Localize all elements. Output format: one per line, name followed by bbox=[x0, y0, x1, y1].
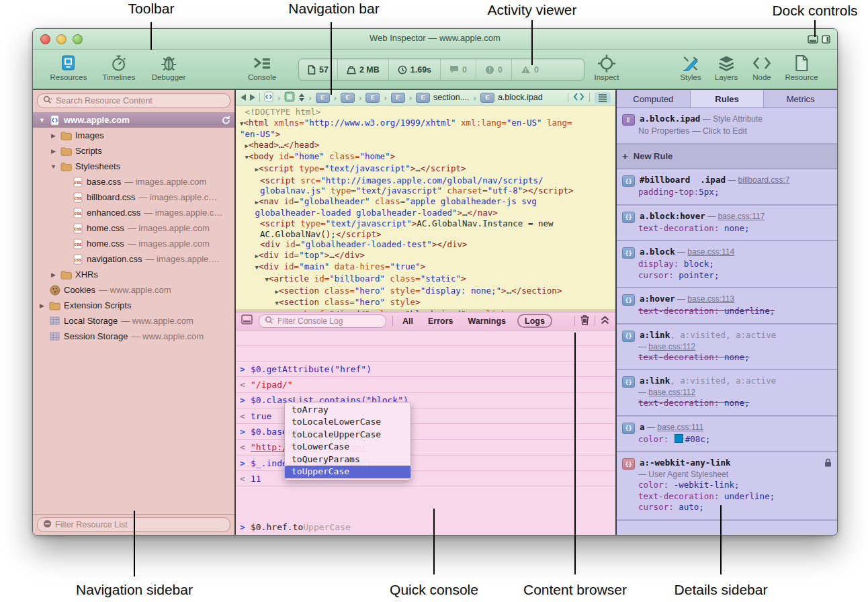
autocomplete-item[interactable]: toLocaleLowerCase bbox=[285, 416, 410, 429]
stylesheet-link[interactable]: base.css:112 bbox=[648, 388, 695, 397]
activity-item[interactable]: 0 bbox=[440, 59, 476, 80]
stylesheet-link[interactable]: base.css:113 bbox=[687, 294, 734, 304]
breadcrumb-item[interactable]: E bbox=[316, 93, 330, 103]
dom-node-row[interactable]: ▼<div id="main" data-hires="true"> bbox=[236, 261, 615, 273]
sidebar-tree-item[interactable]: ▶Scripts bbox=[33, 143, 234, 159]
css-rule[interactable]: {}a — base.css:111color: #08c; bbox=[617, 417, 837, 453]
sidebar-tree-item[interactable]: Cookies — www.apple.com bbox=[33, 282, 234, 298]
css-property[interactable]: text-decoration: none; bbox=[622, 223, 832, 234]
sidebar-tree-item[interactable]: cssnavigation.css — images.apple.… bbox=[33, 251, 234, 267]
sidebar-tree-item[interactable]: Local Storage — www.apple.com bbox=[33, 313, 234, 329]
source-code-toggle-icon[interactable] bbox=[573, 92, 584, 103]
sidebar-tree-item[interactable]: ▶XHRs bbox=[33, 267, 234, 282]
css-property[interactable]: padding-top:5px; bbox=[622, 187, 832, 198]
sidebar-tree-item[interactable]: csshome.css — images.apple.com bbox=[33, 236, 234, 251]
minimize-window-button[interactable] bbox=[56, 34, 67, 44]
sidebar-tree-item[interactable]: ▼Stylesheets bbox=[33, 159, 234, 174]
stylesheet-link[interactable]: base.css:112 bbox=[648, 342, 695, 351]
breadcrumb-item[interactable]: E bbox=[341, 93, 355, 103]
disclosure-triangle-icon[interactable]: ▼ bbox=[50, 163, 57, 170]
dom-node-row[interactable]: ▶<script type="text/javascript">…</scrip… bbox=[236, 163, 615, 175]
autocomplete-item[interactable]: toArray bbox=[285, 404, 410, 417]
stylesheet-link[interactable]: billboard.css:7 bbox=[738, 175, 790, 185]
activity-item[interactable]: 0 bbox=[511, 59, 548, 80]
css-property[interactable]: text-decoration: underline; bbox=[622, 491, 832, 503]
forward-button[interactable] bbox=[250, 94, 255, 101]
console-button[interactable]: Console bbox=[248, 53, 276, 82]
css-property[interactable]: display: block; bbox=[622, 259, 832, 270]
disclosure-triangle-icon[interactable]: ▼ bbox=[38, 117, 46, 124]
css-property[interactable]: text-decoration: none; bbox=[622, 352, 832, 363]
disclosure-triangle-icon[interactable]: ▶ bbox=[50, 148, 57, 155]
console-filter-input[interactable]: Filter Console Log bbox=[259, 314, 386, 328]
sidebar-tree-item[interactable]: csshome.css — images.apple.com bbox=[33, 220, 234, 236]
dom-node-row[interactable]: AC.GlobalNav();</script> bbox=[236, 229, 615, 240]
tab-computed[interactable]: Computed bbox=[617, 90, 691, 108]
autocomplete-item[interactable]: toQueryParams bbox=[285, 454, 410, 466]
back-button[interactable] bbox=[241, 94, 246, 101]
tab-metrics[interactable]: Metrics bbox=[764, 90, 837, 108]
autocomplete-item[interactable]: toLowerCase bbox=[285, 441, 410, 454]
search-input[interactable]: Search Resource Content bbox=[37, 93, 230, 108]
css-rule[interactable]: {}a:link, a:visited, a:active— base.css:… bbox=[617, 325, 837, 371]
dock-to-bottom-icon[interactable] bbox=[808, 34, 818, 46]
dom-node-row[interactable]: <script src="http://images.apple.com/glo… bbox=[236, 175, 615, 186]
document-code-icon[interactable] bbox=[264, 91, 273, 104]
dom-node-row[interactable]: <!DOCTYPE html> bbox=[236, 107, 615, 118]
console-drawer-toggle-icon[interactable] bbox=[595, 92, 611, 103]
dom-node-row[interactable]: ▼<html xmlns="http://www.w3.org/1999/xht… bbox=[236, 118, 615, 130]
activity-item[interactable]: 1.69s bbox=[388, 59, 440, 80]
dom-node-row[interactable]: ▶<a href="/ipad/" class="block ipad" onc… bbox=[236, 309, 615, 312]
autocomplete-item[interactable]: toUpperCase bbox=[285, 466, 410, 478]
stylesheet-link[interactable]: base.css:111 bbox=[657, 423, 703, 432]
css-rule[interactable]: {}a:hover — base.css:113text-decoration:… bbox=[617, 288, 837, 325]
node-button[interactable]: Node bbox=[752, 53, 772, 82]
dom-node-row[interactable]: ▼<section class="hero" style> bbox=[236, 297, 615, 309]
dom-node-row[interactable]: ▼<article id="billboard" class="static"> bbox=[236, 273, 615, 286]
sidebar-tree-item[interactable]: ▶Images bbox=[33, 128, 234, 143]
console-entry[interactable]: >$0.getAttribute("href") bbox=[236, 361, 615, 377]
resource-button[interactable]: Resource bbox=[785, 53, 818, 82]
css-rule[interactable]: {}a:link, a:visited, a:active— base.css:… bbox=[617, 370, 837, 417]
sidebar-tree-item[interactable]: ▼www.apple.com bbox=[33, 112, 234, 128]
sidebar-tree-item[interactable]: cssbillboard.css — images.apple.c… bbox=[33, 189, 234, 205]
color-swatch[interactable] bbox=[675, 434, 683, 443]
console-scope-all[interactable]: All bbox=[399, 316, 417, 326]
frame-icon[interactable] bbox=[284, 91, 295, 104]
new-rule-button[interactable]: +New Rule bbox=[617, 144, 837, 169]
css-property[interactable]: text-decoration: none; bbox=[622, 398, 832, 409]
console-scope-warnings[interactable]: Warnings bbox=[465, 316, 509, 326]
close-window-button[interactable] bbox=[40, 34, 50, 44]
css-rule[interactable]: {}a.block — base.css:114display: block;c… bbox=[617, 241, 837, 288]
disclosure-triangle-icon[interactable]: ▶ bbox=[50, 271, 57, 278]
dom-node-row[interactable]: ▶<div id="top">…</div> bbox=[236, 250, 615, 262]
sidebar-tree-item[interactable]: Session Storage — www.apple.com bbox=[33, 329, 234, 344]
sidebar-tree-item[interactable]: cssbase.css — images.apple.com bbox=[33, 174, 234, 189]
disclosure-triangle-icon[interactable]: ▶ bbox=[38, 302, 46, 309]
timelines-button[interactable]: Timelines bbox=[103, 53, 136, 82]
stylesheet-link[interactable]: base.css:117 bbox=[718, 212, 765, 221]
no-properties-hint[interactable]: No Properties — Click to Edit bbox=[622, 126, 832, 137]
dom-node-row[interactable]: ▶<nav id="globalheader" class="apple glo… bbox=[236, 196, 615, 208]
trash-icon[interactable] bbox=[580, 314, 590, 328]
dom-node-row[interactable]: "en-US"> bbox=[236, 129, 615, 140]
css-property[interactable]: cursor: auto; bbox=[622, 502, 832, 513]
console-panel-icon[interactable] bbox=[241, 314, 253, 327]
reload-icon[interactable] bbox=[222, 116, 230, 125]
debugger-button[interactable]: Debugger bbox=[152, 53, 186, 82]
sidebar-tree-item[interactable]: cssenhanced.css — images.apple.c… bbox=[33, 205, 234, 220]
dom-node-row[interactable]: <script type="text/javascript">AC.Global… bbox=[236, 218, 615, 229]
dom-node-row[interactable]: globalnav.js" type="text/javascript" cha… bbox=[236, 185, 615, 196]
collapse-console-icon[interactable] bbox=[600, 315, 610, 327]
css-rule[interactable]: {}#billboard .ipad — billboard.css:7padd… bbox=[617, 169, 837, 206]
sidebar-tree-item[interactable]: ▶Extension Scripts bbox=[33, 298, 234, 313]
css-rule[interactable]: {}a:-webkit-any-link— User Agent Stylesh… bbox=[617, 452, 837, 521]
breadcrumb-item[interactable]: Esection.... bbox=[416, 93, 470, 103]
activity-item[interactable]: 2 MB bbox=[337, 59, 388, 80]
css-property[interactable]: color: #08c; bbox=[622, 434, 832, 445]
console-scope-errors[interactable]: Errors bbox=[425, 316, 457, 326]
css-property[interactable]: color: -webkit-link; bbox=[622, 480, 832, 491]
css-property[interactable]: text-decoration: underline; bbox=[622, 306, 832, 317]
console-scope-logs[interactable]: Logs bbox=[517, 314, 552, 328]
inspect-button[interactable]: Inspect bbox=[594, 53, 619, 82]
